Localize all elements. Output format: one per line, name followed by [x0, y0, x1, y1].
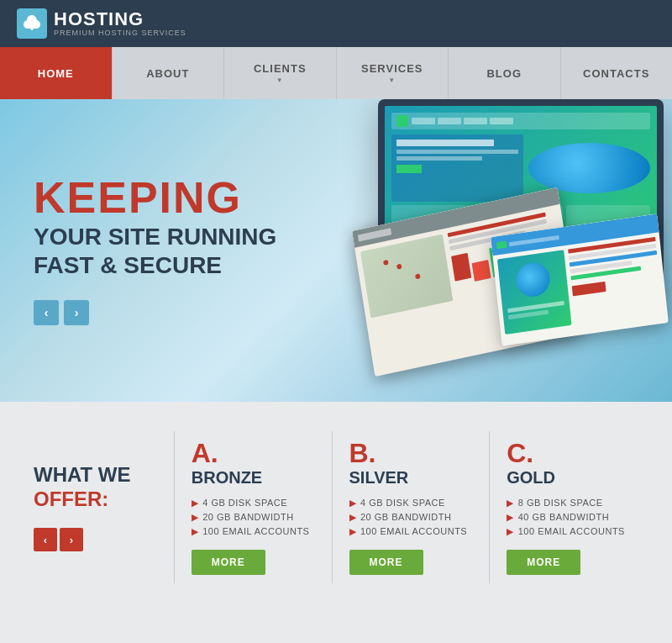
- bronze-arrow-3: ▶: [192, 527, 199, 536]
- silver-arrow-1: ▶: [349, 498, 357, 508]
- float-screen-1: [491, 213, 669, 345]
- bronze-feature-2: ▶ 20 GB BANDWIDTH: [192, 512, 315, 522]
- gold-feature-2: ▶ 40 GB BANDWIDTH: [507, 512, 630, 522]
- hero-text: KEEPING YOUR SITE RUNNINGFAST & SECURE ‹…: [34, 176, 276, 324]
- screen-text-1: [396, 150, 518, 154]
- bronze-feature-1: ▶ 4 GB DISK SPACE: [192, 498, 315, 508]
- screen-hero-left: [391, 134, 523, 202]
- screen1-btn: [572, 282, 606, 297]
- screen-nav-4: [490, 118, 513, 124]
- gold-features: ▶ 8 GB DISK SPACE ▶ 40 GB BANDWIDTH ▶ 10…: [507, 498, 630, 536]
- silver-features: ▶ 4 GB DISK SPACE ▶ 20 GB BANDWIDTH ▶ 10…: [349, 498, 473, 536]
- silver-letter: B.: [349, 440, 473, 466]
- screen-nav: [412, 118, 513, 124]
- screen-nav-3: [464, 118, 487, 124]
- hero-arrows: ‹ ›: [34, 300, 276, 325]
- offer-next-button[interactable]: ›: [60, 528, 83, 551]
- clients-dropdown-icon: ▼: [276, 76, 284, 84]
- screen-hero-area: [391, 134, 650, 202]
- hero-next-button[interactable]: ›: [64, 300, 89, 325]
- bronze-letter: A.: [192, 440, 315, 466]
- logo-subtitle: PREMIUM HOSTING SERVICES: [54, 29, 186, 37]
- plan-gold: C. GOLD ▶ 8 GB DISK SPACE ▶ 40 GB BANDWI…: [489, 431, 647, 583]
- gold-arrow-3: ▶: [507, 527, 514, 536]
- gold-letter: C.: [507, 440, 630, 466]
- hero-heading-red: KEEPING: [34, 176, 276, 219]
- silver-feature-1: ▶ 4 GB DISK SPACE: [349, 498, 473, 508]
- logo-text: HOSTING PREMIUM HOSTING SERVICES: [54, 10, 186, 37]
- screen-cta: [396, 165, 422, 173]
- map-dot-1: [396, 264, 402, 270]
- logo-icon: [17, 8, 47, 39]
- gold-feature-1: ▶ 8 GB DISK SPACE: [507, 498, 630, 508]
- screen1-globe: [515, 261, 552, 298]
- gold-more-button[interactable]: MORE: [507, 550, 580, 575]
- what-title: WHAT WE OFFER:: [34, 463, 157, 512]
- offer-prev-button[interactable]: ‹: [34, 528, 57, 551]
- logo-area: HOSTING PREMIUM HOSTING SERVICES: [17, 8, 186, 39]
- nav-services[interactable]: SERVICES ▼: [337, 47, 449, 99]
- bronze-name: BRONZE: [192, 468, 315, 488]
- screen1-hero-img: [497, 250, 572, 335]
- plan-silver: B. SILVER ▶ 4 GB DISK SPACE ▶ 20 GB BAND…: [332, 431, 490, 583]
- services-dropdown-icon: ▼: [388, 76, 396, 84]
- nav-contacts[interactable]: CONTACTS: [561, 47, 673, 99]
- screen-nav-1: [412, 118, 435, 124]
- pricing-section: WHAT WE OFFER: ‹ › A. BRONZE ▶ 4 GB DISK…: [0, 402, 672, 613]
- screen1-logo: [496, 241, 507, 250]
- bronze-features: ▶ 4 GB DISK SPACE ▶ 20 GB BANDWIDTH ▶ 10…: [192, 498, 315, 536]
- logo-title: HOSTING: [54, 10, 186, 29]
- gold-arrow-1: ▶: [507, 498, 514, 508]
- gold-name: GOLD: [507, 468, 630, 488]
- map-visual: [360, 235, 453, 319]
- offer-arrows: ‹ ›: [34, 528, 157, 551]
- bronze-arrow-1: ▶: [192, 498, 199, 508]
- screen-nav-2: [438, 118, 461, 124]
- what-we-offer: WHAT WE OFFER: ‹ ›: [25, 431, 174, 583]
- bronze-more-button[interactable]: MORE: [192, 550, 265, 575]
- gold-feature-3: ▶ 100 EMAIL ACCOUNTS: [507, 526, 630, 536]
- screen-logo: [396, 115, 408, 127]
- bronze-feature-3: ▶ 100 EMAIL ACCOUNTS: [192, 526, 315, 536]
- bronze-arrow-2: ▶: [192, 513, 199, 522]
- map-dot-3: [383, 260, 389, 266]
- screen-title: [396, 140, 494, 146]
- bar-chart-1: [451, 253, 471, 282]
- nav-blog[interactable]: BLOG: [449, 47, 561, 99]
- bar-chart-2: [472, 260, 491, 282]
- hero-heading-dark: YOUR SITE RUNNINGFAST & SECURE: [34, 223, 276, 279]
- silver-feature-2: ▶ 20 GB BANDWIDTH: [349, 512, 473, 522]
- silver-feature-3: ▶ 100 EMAIL ACCOUNTS: [349, 526, 473, 536]
- screen-header: [391, 113, 650, 129]
- nav-about[interactable]: ABOUT: [113, 47, 225, 99]
- map-dot-2: [415, 273, 421, 279]
- silver-arrow-3: ▶: [349, 527, 357, 536]
- nav-home[interactable]: HOME: [0, 47, 113, 99]
- silver-name: SILVER: [349, 468, 473, 488]
- screen-text-2: [396, 156, 482, 161]
- hero-visual: [252, 99, 672, 402]
- main-nav: HOME ABOUT CLIENTS ▼ SERVICES ▼ BLOG CON…: [0, 47, 672, 99]
- screen1-title: [509, 235, 559, 245]
- hero-prev-button[interactable]: ‹: [34, 300, 59, 325]
- plan-bronze: A. BRONZE ▶ 4 GB DISK SPACE ▶ 20 GB BAND…: [174, 431, 332, 583]
- screen-globe: [528, 143, 650, 193]
- gold-arrow-2: ▶: [507, 513, 514, 522]
- silver-arrow-2: ▶: [349, 513, 357, 522]
- nav-clients[interactable]: CLIENTS ▼: [224, 47, 337, 99]
- screen1-col: [568, 237, 663, 324]
- screen2-logo: [358, 228, 391, 241]
- silver-more-button[interactable]: MORE: [349, 550, 423, 575]
- header: HOSTING PREMIUM HOSTING SERVICES: [0, 0, 672, 47]
- hero-section: KEEPING YOUR SITE RUNNINGFAST & SECURE ‹…: [0, 99, 672, 402]
